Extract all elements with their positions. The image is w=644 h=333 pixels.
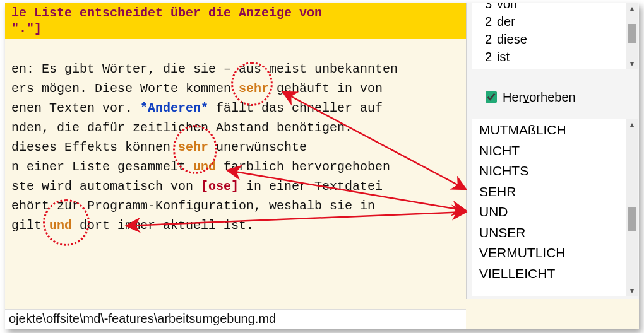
text-line: nden, die dafür zeitlichen Abstand benöt… <box>11 118 453 137</box>
text-line: enen Texten vor. *Anderen* fällt das chn… <box>11 98 453 118</box>
scroll-down-icon[interactable]: ▾ <box>626 58 638 69</box>
file-path: ojekte\offsite\md\-features\arbeitsumgeb… <box>9 312 276 325</box>
text-line: ste wird automatisch von [ose] in einer … <box>11 177 453 196</box>
list-item[interactable]: 2diese <box>475 30 622 48</box>
text-line: gilt und dort immer aktuell ist. <box>11 216 453 235</box>
side-panel: 3von 2der 2diese 2ist ▴ ▾ Hervorheben MU… <box>466 3 639 299</box>
highlight-checkbox[interactable] <box>486 91 497 103</box>
status-bar: ojekte\offsite\md\-features\arbeitsumgeb… <box>5 309 466 329</box>
highlight-und: und <box>49 218 72 233</box>
text-line: n einer Liste gesammelt und farblich her… <box>11 157 453 177</box>
list-item[interactable]: SEHR <box>477 182 621 202</box>
list-item[interactable]: NICHTS <box>477 161 621 182</box>
scroll-down-icon[interactable]: ▾ <box>626 285 638 296</box>
list-item[interactable]: 2ist <box>475 48 622 66</box>
list-item[interactable]: VERMUTLICH <box>477 243 621 264</box>
scrollbar-wordlist[interactable]: ▴ ▾ <box>626 119 638 296</box>
highlight-sehr: sehr <box>178 140 208 155</box>
list-item[interactable]: MUTMAßLICH <box>477 120 621 141</box>
list-item[interactable]: 2der <box>475 13 622 30</box>
list-item[interactable]: UND <box>477 202 621 223</box>
scrollbar-frequency[interactable]: ▴ ▾ <box>626 3 638 69</box>
editor-body[interactable]: en: Es gibt Wörter, die sie – aus meist … <box>11 59 453 235</box>
list-item[interactable]: UNSER <box>477 223 621 243</box>
highlight-checkbox-row[interactable]: Hervorheben <box>483 90 576 105</box>
list-item[interactable]: VIELLEICHT <box>477 264 621 284</box>
frequency-list[interactable]: 3von 2der 2diese 2ist <box>472 3 626 69</box>
word-list[interactable]: MUTMAßLICH NICHT NICHTS SEHR UND UNSER V… <box>472 119 626 296</box>
highlight-anderen: *Anderen* <box>140 101 208 115</box>
highlight-und: und <box>193 160 216 174</box>
app-window: le Liste entscheidet über die Anzeige vo… <box>5 3 639 329</box>
text-line: ers mögen. Diese Worte kommen sehr gehäu… <box>11 79 453 98</box>
list-item[interactable]: 3von <box>475 3 622 13</box>
scroll-up-icon[interactable]: ▴ <box>626 119 638 130</box>
list-item[interactable]: NICHT <box>477 141 621 161</box>
highlight-ose: [ose] <box>201 179 239 194</box>
scroll-thumb[interactable] <box>628 24 636 43</box>
scroll-up-icon[interactable]: ▴ <box>626 3 638 14</box>
scroll-thumb[interactable] <box>628 207 636 231</box>
text-line: ehört zur Programm-Konfiguration, weshal… <box>11 196 453 216</box>
text-line: en: Es gibt Wörter, die sie – aus meist … <box>11 59 453 79</box>
text-line: dieses Effekts können sehr unerwünschte <box>11 137 453 157</box>
highlight-checkbox-label: Hervorheben <box>503 90 576 105</box>
highlight-sehr: sehr <box>239 81 269 96</box>
